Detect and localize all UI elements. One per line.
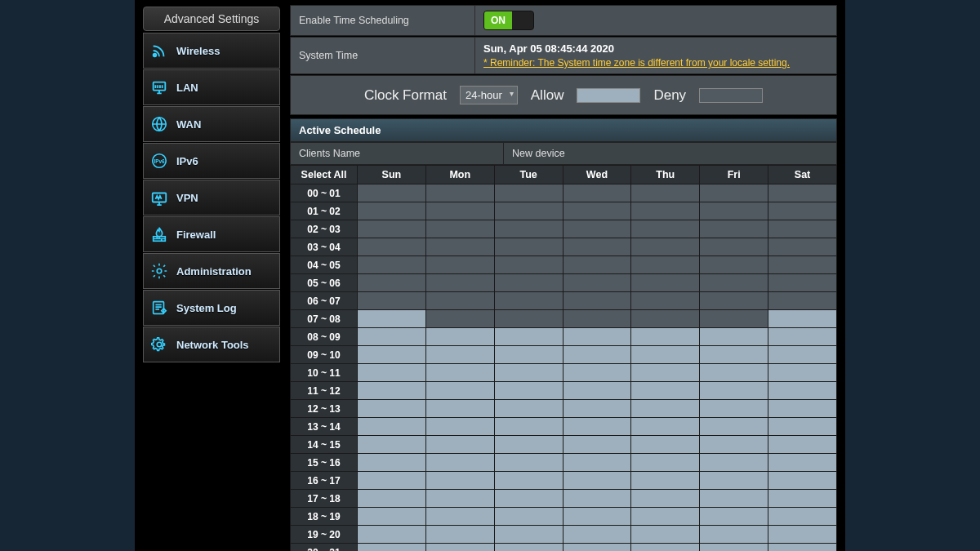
schedule-cell[interactable] (700, 436, 768, 454)
day-header-fri[interactable]: Fri (700, 166, 768, 184)
schedule-cell[interactable] (631, 400, 700, 418)
schedule-cell[interactable] (358, 526, 426, 544)
schedule-cell[interactable] (563, 184, 631, 202)
schedule-cell[interactable] (700, 310, 768, 328)
schedule-cell[interactable] (700, 526, 768, 544)
schedule-cell[interactable] (768, 472, 837, 490)
schedule-cell[interactable] (563, 418, 631, 436)
enable-scheduling-toggle[interactable]: ON (483, 11, 534, 30)
schedule-cell[interactable] (494, 220, 563, 238)
schedule-cell[interactable] (425, 292, 494, 310)
schedule-cell[interactable] (631, 490, 700, 508)
sidebar-item-nettools[interactable]: Network Tools (143, 327, 280, 362)
schedule-cell[interactable] (425, 328, 494, 346)
schedule-cell[interactable] (358, 220, 426, 238)
time-slot-label[interactable]: 07 ~ 08 (291, 310, 358, 328)
time-slot-label[interactable]: 04 ~ 05 (291, 256, 358, 274)
schedule-cell[interactable] (631, 544, 700, 552)
schedule-cell[interactable] (494, 472, 563, 490)
schedule-cell[interactable] (563, 274, 631, 292)
sidebar-item-admin[interactable]: Administration (143, 253, 280, 289)
schedule-cell[interactable] (494, 364, 563, 382)
schedule-cell[interactable] (563, 544, 631, 552)
schedule-cell[interactable] (768, 184, 837, 202)
schedule-cell[interactable] (768, 418, 837, 436)
day-header-mon[interactable]: Mon (425, 166, 494, 184)
schedule-cell[interactable] (768, 544, 837, 552)
schedule-cell[interactable] (631, 202, 700, 220)
schedule-cell[interactable] (631, 328, 700, 346)
schedule-cell[interactable] (768, 436, 837, 454)
schedule-cell[interactable] (700, 274, 768, 292)
schedule-cell[interactable] (358, 310, 426, 328)
schedule-cell[interactable] (358, 472, 426, 490)
schedule-cell[interactable] (700, 328, 768, 346)
schedule-cell[interactable] (631, 256, 700, 274)
time-slot-label[interactable]: 15 ~ 16 (291, 454, 358, 472)
schedule-cell[interactable] (563, 292, 631, 310)
time-slot-label[interactable]: 11 ~ 12 (291, 382, 358, 400)
schedule-cell[interactable] (768, 508, 837, 526)
schedule-cell[interactable] (425, 220, 494, 238)
schedule-cell[interactable] (358, 184, 426, 202)
schedule-cell[interactable] (358, 544, 426, 552)
schedule-cell[interactable] (768, 238, 837, 256)
schedule-cell[interactable] (631, 292, 700, 310)
schedule-cell[interactable] (563, 490, 631, 508)
schedule-cell[interactable] (563, 220, 631, 238)
system-time-reminder-link[interactable]: * Reminder: The System time zone is diff… (483, 57, 790, 69)
schedule-cell[interactable] (700, 238, 768, 256)
schedule-cell[interactable] (700, 346, 768, 364)
time-slot-label[interactable]: 01 ~ 02 (291, 202, 358, 220)
schedule-cell[interactable] (494, 328, 563, 346)
schedule-cell[interactable] (358, 256, 426, 274)
schedule-cell[interactable] (563, 382, 631, 400)
time-slot-label[interactable]: 14 ~ 15 (291, 436, 358, 454)
day-header-sun[interactable]: Sun (358, 166, 426, 184)
schedule-cell[interactable] (494, 292, 563, 310)
schedule-cell[interactable] (631, 346, 700, 364)
sidebar-item-wireless[interactable]: Wireless (143, 33, 280, 69)
schedule-cell[interactable] (631, 364, 700, 382)
day-header-tue[interactable]: Tue (494, 166, 563, 184)
schedule-cell[interactable] (700, 472, 768, 490)
schedule-cell[interactable] (358, 508, 426, 526)
schedule-cell[interactable] (631, 526, 700, 544)
schedule-cell[interactable] (563, 256, 631, 274)
schedule-cell[interactable] (425, 346, 494, 364)
schedule-cell[interactable] (358, 400, 426, 418)
schedule-cell[interactable] (358, 292, 426, 310)
schedule-cell[interactable] (494, 202, 563, 220)
schedule-cell[interactable] (563, 508, 631, 526)
sidebar-item-wan[interactable]: WAN (143, 106, 280, 142)
schedule-cell[interactable] (425, 418, 494, 436)
schedule-cell[interactable] (768, 292, 837, 310)
schedule-cell[interactable] (700, 220, 768, 238)
schedule-cell[interactable] (631, 310, 700, 328)
schedule-cell[interactable] (494, 274, 563, 292)
schedule-cell[interactable] (631, 274, 700, 292)
schedule-cell[interactable] (563, 436, 631, 454)
schedule-cell[interactable] (563, 346, 631, 364)
schedule-cell[interactable] (700, 400, 768, 418)
schedule-cell[interactable] (631, 220, 700, 238)
schedule-cell[interactable] (358, 382, 426, 400)
schedule-cell[interactable] (358, 364, 426, 382)
schedule-cell[interactable] (494, 238, 563, 256)
schedule-cell[interactable] (425, 454, 494, 472)
schedule-cell[interactable] (425, 310, 494, 328)
schedule-cell[interactable] (700, 544, 768, 552)
schedule-cell[interactable] (358, 202, 426, 220)
schedule-cell[interactable] (700, 364, 768, 382)
schedule-cell[interactable] (768, 454, 837, 472)
schedule-cell[interactable] (425, 274, 494, 292)
schedule-cell[interactable] (700, 202, 768, 220)
sidebar-item-vpn[interactable]: VPN (143, 180, 280, 216)
schedule-cell[interactable] (563, 328, 631, 346)
schedule-cell[interactable] (768, 202, 837, 220)
schedule-cell[interactable] (563, 202, 631, 220)
schedule-cell[interactable] (631, 454, 700, 472)
schedule-cell[interactable] (425, 184, 494, 202)
time-slot-label[interactable]: 10 ~ 11 (291, 364, 358, 382)
sidebar-item-lan[interactable]: LAN (143, 69, 280, 105)
